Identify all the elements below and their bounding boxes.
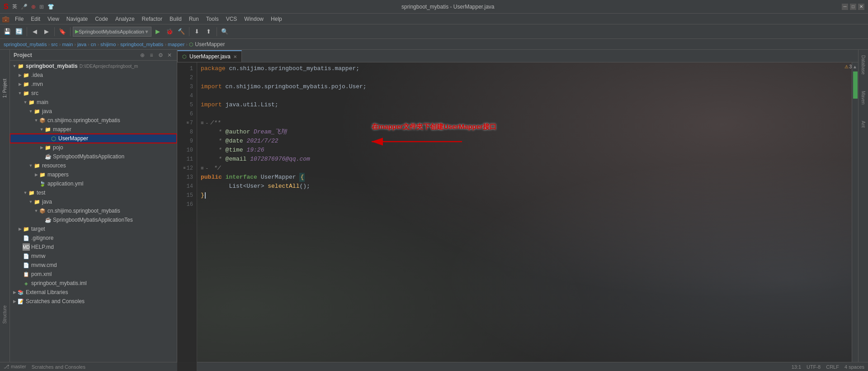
run-config-dropdown[interactable]: ▶ SpringbootMybatisApplication ▼ [73, 27, 151, 37]
build-button[interactable]: 🔨 [176, 26, 187, 37]
tree-item-mvnwcmd[interactable]: 📄 mvnw.cmd [10, 261, 177, 270]
tab-icon: ⬡ [182, 54, 187, 60]
search-everywhere-button[interactable]: 🔍 [219, 26, 230, 37]
menu-analyze[interactable]: Analyze [112, 15, 138, 23]
menu-view[interactable]: View [44, 15, 63, 23]
fold-icon-12[interactable]: ≡ [180, 164, 186, 173]
tree-arrow-package: ▼ [33, 118, 39, 123]
back-button[interactable]: ◀ [29, 26, 40, 37]
tree-item-root[interactable]: ▼ 📁 springboot_mybatis D:\IDEAproject\sp… [10, 62, 177, 71]
line-num-13: 13 [177, 173, 197, 182]
tree-item-test-class[interactable]: ☕ SpringbootMybatisApplicationTes [10, 215, 177, 224]
ant-tab[interactable]: Ant [860, 119, 867, 129]
panel-collapse-button[interactable]: ≡ [148, 52, 155, 59]
breadcrumb-springboot[interactable]: springboot_mybatis [120, 42, 163, 47]
tree-item-mvn[interactable]: ▶ 📁 .mvn [10, 80, 177, 89]
fold-icon-7[interactable]: ≡ [184, 119, 189, 128]
tree-item-test[interactable]: ▼ 📁 test [10, 188, 177, 197]
tree-item-gitignore[interactable]: 📄 .gitignore [10, 233, 177, 243]
menu-tools[interactable]: Tools [203, 15, 222, 23]
menu-refactor[interactable]: Refactor [138, 15, 166, 23]
tree-item-mappers[interactable]: ▶ 📁 mappers [10, 170, 177, 179]
tree-item-ext-libs[interactable]: ▶ 📚 External Libraries [10, 288, 177, 297]
tree-item-test-java[interactable]: ▼ 📁 java [10, 197, 177, 206]
panel-locate-button[interactable]: ⊕ [139, 52, 146, 59]
tree-item-scratches[interactable]: ▶ 📝 Scratches and Consoles [10, 297, 177, 306]
menu-window[interactable]: Window [241, 15, 267, 23]
bookmark-button[interactable]: 🔖 [57, 26, 68, 37]
title-bar-left: S 英 🎤 ⊕ ⊞ 👕 [4, 3, 54, 11]
mvnw-icon: 📄 [23, 252, 30, 260]
tree-item-mvnw[interactable]: 📄 mvnw [10, 252, 177, 261]
git-push-button[interactable]: ⬆ [203, 26, 214, 37]
record-icon: ⊞ [39, 4, 44, 10]
scratches-console-label[interactable]: Scratches and Consoles [32, 364, 85, 370]
code-editor[interactable]: 1 2 3 4 5 6 ≡ 7 8 9 10 11 ≡ 12 13 14 [177, 62, 858, 371]
tree-item-package[interactable]: ▼ 📦 cn.shijimo.springboot_mybatis [10, 116, 177, 125]
project-tab[interactable]: 1: Project [0, 77, 9, 100]
line-num-1: 1 [177, 64, 197, 73]
tree-item-java[interactable]: ▼ 📁 java [10, 107, 177, 116]
menu-navigate[interactable]: Navigate [63, 15, 91, 23]
class-icon: ☕ [44, 153, 52, 160]
git-update-button[interactable]: ⬇ [192, 26, 203, 37]
forward-button[interactable]: ▶ [41, 26, 52, 37]
git-branch[interactable]: ⎇ master [4, 364, 26, 370]
menu-code[interactable]: Code [91, 15, 112, 23]
save-all-button[interactable]: 💾 [2, 26, 13, 37]
tree-item-resources[interactable]: ▼ 📁 resources [10, 161, 177, 170]
tree-item-iml[interactable]: ◈ springboot_mybatis.iml [10, 279, 177, 288]
panel-close-button[interactable]: ✕ [166, 52, 173, 59]
line-num-11: 11 [177, 155, 197, 164]
menu-build[interactable]: Build [166, 15, 185, 23]
breadcrumb-shijimo[interactable]: shijimo [100, 42, 116, 47]
window-controls[interactable]: ─ □ ✕ [842, 4, 864, 10]
main-layout: 1: Project Structure Project ⊕ ≡ ⚙ ✕ ▼ 📁… [0, 50, 868, 371]
tab-close-button[interactable]: ✕ [233, 54, 237, 59]
tree-item-pomxml[interactable]: 📋 pom.xml [10, 270, 177, 279]
tree-item-app-class[interactable]: ☕ SpringbootMybatisApplication [10, 152, 177, 161]
menu-file[interactable]: File [11, 15, 27, 23]
tree-item-yml[interactable]: 🍃 application.yml [10, 179, 177, 188]
menu-help[interactable]: Help [267, 15, 286, 23]
breadcrumb-project[interactable]: springboot_mybatis [4, 42, 47, 47]
menu-edit[interactable]: Edit [27, 15, 44, 23]
gitignore-icon: 📄 [23, 234, 30, 242]
breadcrumb-mapper[interactable]: mapper [168, 42, 184, 47]
menu-vcs[interactable]: VCS [222, 15, 241, 23]
tree-item-mapper-folder[interactable]: ▼ 📁 mapper [10, 125, 177, 134]
tree-arrow-pojo: ▶ [39, 145, 44, 150]
tree-label-pomxml: pom.xml [31, 271, 52, 277]
breadcrumb-main[interactable]: main [62, 42, 73, 47]
tree-item-target[interactable]: ▶ 📁 target [10, 224, 177, 233]
debug-button[interactable]: 🐞 [164, 26, 175, 37]
error-stripe: ⚠ 3 ▲ [852, 62, 858, 371]
tree-item-usermapper[interactable]: ⬡ UserMapper [10, 134, 177, 143]
minimize-button[interactable]: ─ [842, 4, 848, 10]
line-num-8: 8 [177, 128, 197, 137]
panel-settings-button[interactable]: ⚙ [157, 52, 164, 59]
maven-tab[interactable]: Maven [860, 89, 867, 106]
sync-button[interactable]: 🔄 [14, 26, 24, 37]
run-button[interactable]: ▶ [152, 26, 163, 37]
breadcrumb-src[interactable]: src [51, 42, 58, 47]
tree-item-main[interactable]: ▼ 📁 main [10, 98, 177, 107]
tree-item-pojo[interactable]: ▶ 📁 pojo [10, 143, 177, 152]
tab-usermapper[interactable]: ⬡ UserMapper.java ✕ [177, 50, 242, 62]
tree-item-idea[interactable]: ▶ 📁 .idea [10, 71, 177, 80]
tree-item-test-package[interactable]: ▼ 📦 cn.shijimo.springboot_mybatis [10, 206, 177, 215]
structure-tab[interactable]: Structure [0, 304, 9, 326]
title-text: springboot_mybatis - UserMapper.java [401, 4, 494, 10]
expand-icon: ▲ [853, 64, 857, 69]
tree-item-helpmd[interactable]: MD HELP.md [10, 243, 177, 252]
code-content[interactable]: package cn.shijimo.springboot_mybatis.ma… [197, 62, 852, 371]
breadcrumb-cn[interactable]: cn [91, 42, 96, 47]
close-button[interactable]: ✕ [858, 4, 864, 10]
line-num-4: 4 [177, 91, 197, 100]
code-line-12: ≡ - */ [201, 164, 852, 173]
tree-item-src[interactable]: ▼ 📁 src [10, 89, 177, 98]
menu-run[interactable]: Run [185, 15, 203, 23]
database-tab[interactable]: Database [860, 53, 867, 76]
breadcrumb-java[interactable]: java [77, 42, 86, 47]
maximize-button[interactable]: □ [850, 4, 856, 10]
